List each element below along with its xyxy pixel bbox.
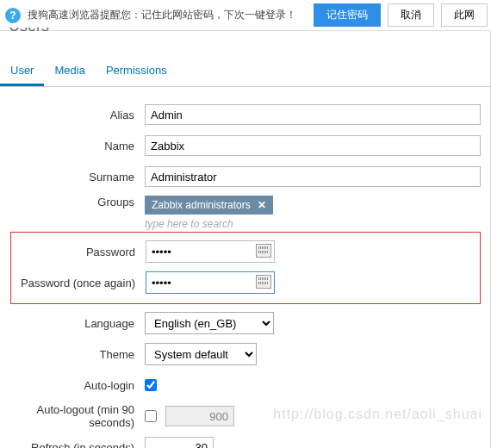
cancel-button[interactable]: 取消 [388, 3, 434, 27]
name-label: Name [0, 140, 145, 152]
theme-label: Theme [0, 348, 145, 361]
groups-search-placeholder[interactable]: type here to search [145, 218, 233, 230]
name-input[interactable] [145, 135, 481, 156]
refresh-label: Refresh (in seconds) [0, 441, 145, 449]
keyboard-icon[interactable] [256, 244, 271, 258]
language-select[interactable]: English (en_GB) [145, 312, 274, 334]
browser-message: 搜狗高速浏览器提醒您：记住此网站密码，下次一键登录！ [28, 8, 296, 22]
tab-media[interactable]: Media [44, 57, 95, 86]
tab-permissions[interactable]: Permissions [96, 57, 177, 86]
surname-input[interactable] [145, 166, 481, 187]
autologin-checkbox[interactable] [145, 379, 157, 391]
surname-label: Surname [0, 171, 145, 184]
close-icon[interactable]: ✕ [258, 199, 266, 211]
group-tag[interactable]: Zabbix administrators ✕ [145, 196, 273, 215]
info-icon: ? [5, 8, 21, 23]
theme-select[interactable]: System default [145, 343, 257, 365]
autologout-checkbox[interactable] [145, 410, 157, 422]
alias-label: Alias [0, 109, 145, 121]
alias-input[interactable] [145, 104, 481, 125]
groups-label: Groups [0, 196, 145, 208]
autologin-label: Auto-login [0, 379, 145, 392]
password-again-label: Password (once again) [11, 277, 146, 289]
password-label: Password [11, 246, 146, 258]
remember-password-button[interactable]: 记住密码 [314, 3, 381, 27]
user-form: Alias Name Surname Groups Zabbix adminis… [0, 87, 491, 448]
group-tag-label: Zabbix administrators [152, 199, 251, 211]
tabs: User Media Permissions [0, 57, 491, 87]
password-highlight-box: Password Password (once again) [10, 232, 481, 304]
browser-save-password-bar: ? 搜狗高速浏览器提醒您：记住此网站密码，下次一键登录！ 记住密码 取消 此网 [0, 0, 491, 31]
tab-user[interactable]: User [0, 57, 44, 86]
this-site-button[interactable]: 此网 [441, 3, 488, 27]
language-label: Language [0, 317, 145, 330]
autologout-label: Auto-logout (min 90 seconds) [0, 403, 145, 429]
autologout-input [165, 406, 234, 426]
keyboard-icon[interactable] [256, 275, 271, 289]
refresh-input[interactable] [145, 437, 214, 448]
page-title: Users [0, 28, 491, 40]
